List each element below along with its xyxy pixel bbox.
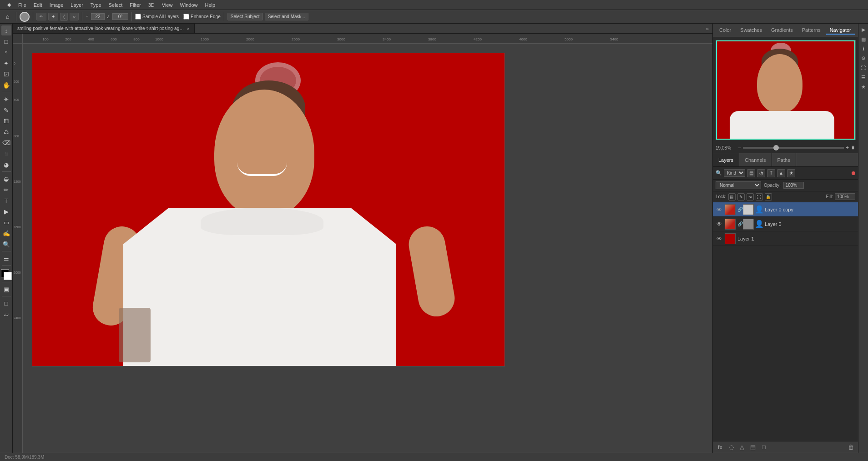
shape-tool[interactable]: ▭ <box>1 217 11 227</box>
layers-tab-layers[interactable]: Layers <box>713 153 739 166</box>
layer-item-0[interactable]: 👁 🔗 👤 Layer 0 <box>713 217 858 231</box>
lock-transparent-btn[interactable]: ▤ <box>728 193 736 200</box>
tab-navigator[interactable]: Navigator <box>826 26 855 35</box>
layer-1-visibility[interactable]: 👁 <box>716 235 723 242</box>
artboard-tool[interactable]: ▱ <box>1 309 11 319</box>
tab-color[interactable]: Color <box>716 26 735 35</box>
select-and-mask-button[interactable]: Select and Mask... <box>265 13 308 20</box>
tab-patterns[interactable]: Patterns <box>798 26 824 35</box>
filter-type-btn[interactable]: T <box>767 169 775 177</box>
select-subject-button[interactable]: Select Subject <box>227 13 263 20</box>
fx-button[interactable]: fx <box>716 443 725 452</box>
lasso-btn[interactable]: 〈 <box>60 13 68 21</box>
layer-item-1[interactable]: 👁 Layer 1 <box>713 231 858 246</box>
zoom-expand-btn[interactable]: ⇞ <box>851 145 855 151</box>
zoom-slider-thumb[interactable] <box>773 145 779 150</box>
magic-wand-tool[interactable]: ✦ <box>1 58 11 68</box>
menu-edit[interactable]: Edit <box>30 2 46 8</box>
enhance-edge-checkbox[interactable] <box>183 14 189 20</box>
zoom-slider[interactable] <box>743 147 844 149</box>
marquee-tool[interactable]: □ <box>1 36 11 46</box>
new-layer-button[interactable]: □ <box>759 443 768 452</box>
filter-pixel-btn[interactable]: ▤ <box>747 169 755 177</box>
new-group-button[interactable]: ▤ <box>748 443 757 452</box>
tab-swatches[interactable]: Swatches <box>737 26 766 35</box>
move-tool[interactable]: ↕ <box>1 25 11 35</box>
menu-file[interactable]: File <box>15 2 30 8</box>
pen-tool[interactable]: ✏ <box>1 185 11 195</box>
adjustment-layer-button[interactable]: △ <box>737 443 747 452</box>
lock-artboard-btn[interactable]: ⛶ <box>756 193 763 200</box>
sample-all-layers-checkbox[interactable] <box>135 14 141 20</box>
brush-tool[interactable]: ✎ <box>1 105 11 115</box>
fill-input[interactable]: 100% <box>835 193 855 200</box>
menu-filter[interactable]: Filter <box>126 2 144 8</box>
enhance-edge-label[interactable]: Enhance Edge <box>183 14 221 20</box>
strip-settings-btn[interactable]: ⚙ <box>859 54 868 62</box>
magic-wand-btn[interactable]: ✦ <box>48 13 58 20</box>
menu-type[interactable]: Type <box>87 2 105 8</box>
strip-info-btn[interactable]: ℹ <box>859 45 868 53</box>
layer-item-0-copy[interactable]: 👁 🔗 👤 Layer 0 copy <box>713 202 858 217</box>
filter-shape-btn[interactable]: ▲ <box>777 169 785 177</box>
eyedropper-tool[interactable]: 🖐 <box>1 80 11 90</box>
custom-tool[interactable]: ⚌ <box>1 253 11 263</box>
background-color[interactable] <box>4 272 12 280</box>
eraser-tool[interactable]: ⌫ <box>1 138 11 148</box>
color-swatches[interactable] <box>1 269 12 280</box>
menu-view[interactable]: View <box>158 2 177 8</box>
layer-0-visibility[interactable]: 👁 <box>716 220 723 228</box>
blend-mode-select[interactable]: Normal <box>716 181 761 189</box>
canvas-wrapper[interactable]: 100 200 400 600 800 1000 1600 2000 2600 … <box>13 34 712 453</box>
menu-help[interactable]: Help <box>202 2 219 8</box>
zoom-plus-icon[interactable]: + <box>846 145 849 151</box>
quick-mask-tool[interactable]: ▣ <box>1 284 11 294</box>
strip-crop-btn[interactable]: ⛶ <box>859 64 868 72</box>
gradient-tool[interactable]: ◾ <box>1 149 11 159</box>
menu-3d[interactable]: 3D <box>145 2 158 8</box>
layers-tab-paths[interactable]: Paths <box>772 153 796 166</box>
filter-adjustment-btn[interactable]: ◔ <box>757 169 765 177</box>
menu-window[interactable]: Window <box>176 2 201 8</box>
strip-channels-btn[interactable]: ★ <box>859 83 868 91</box>
heal-tool[interactable]: ⚹ <box>1 94 11 104</box>
crop-tool[interactable]: ☑ <box>1 69 11 79</box>
text-tool[interactable]: T <box>1 195 11 205</box>
layers-tab-channels[interactable]: Channels <box>739 153 772 166</box>
filter-smart-btn[interactable]: ★ <box>787 169 795 177</box>
menu-select[interactable]: Select <box>105 2 126 8</box>
path-selection[interactable]: ▶ <box>1 206 11 216</box>
brush-tool-btn[interactable]: ✏ <box>36 13 46 20</box>
add-mask-button[interactable]: ◌ <box>727 443 736 452</box>
strip-histogram-btn[interactable]: ▩ <box>859 35 868 43</box>
menu-layer[interactable]: Layer <box>67 2 87 8</box>
lasso-tool[interactable]: ⌖ <box>1 47 11 57</box>
delete-layer-button[interactable]: 🗑 <box>846 443 855 452</box>
clone-tool[interactable]: ⚅ <box>1 116 11 126</box>
layer-0-copy-visibility[interactable]: 👁 <box>716 206 723 213</box>
lock-all-btn[interactable]: 🔒 <box>765 193 772 200</box>
menu-image[interactable]: Image <box>46 2 67 8</box>
screen-mode-tool[interactable]: □ <box>1 298 11 308</box>
quick-select-btn[interactable]: ○ <box>70 13 79 20</box>
filter-kind-select[interactable]: Kind <box>724 169 745 177</box>
document-tab[interactable]: smiling-positive-female-with-attractive-… <box>13 24 195 33</box>
blur-tool[interactable]: ◕ <box>1 160 11 170</box>
tab-close-btn[interactable]: × <box>187 26 190 31</box>
strip-play-btn[interactable]: ▶ <box>859 25 868 34</box>
history-brush[interactable]: ♺ <box>1 127 11 137</box>
brush-size-input[interactable]: 22 <box>91 13 105 20</box>
angle-input[interactable]: 0° <box>112 13 128 20</box>
hand-tool[interactable]: ✍ <box>1 228 11 238</box>
zoom-tool[interactable]: 🔍 <box>1 239 11 249</box>
lock-position-btn[interactable]: ↝ <box>747 193 754 200</box>
panel-collapse-btn[interactable]: » <box>702 24 712 34</box>
sample-all-layers-label[interactable]: Sample All Layers <box>135 14 179 20</box>
strip-layers-btn[interactable]: ☰ <box>859 73 868 81</box>
zoom-minus-icon[interactable]: − <box>738 145 741 151</box>
dodge-tool[interactable]: ◒ <box>1 174 11 184</box>
home-icon[interactable]: ⌂ <box>3 12 13 22</box>
tab-gradients[interactable]: Gradients <box>767 26 797 35</box>
lock-image-btn[interactable]: ✎ <box>737 193 745 200</box>
menu-ps[interactable]: ◆ <box>4 2 15 8</box>
